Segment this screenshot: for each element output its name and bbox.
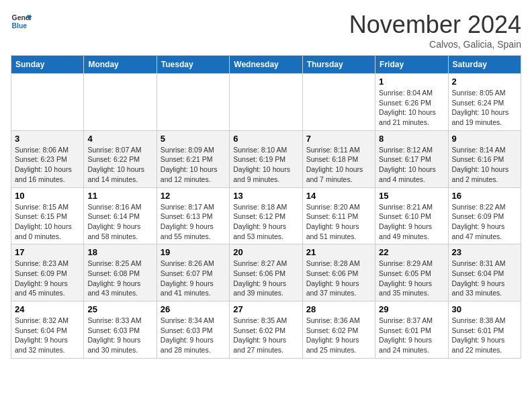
weekday-header-thursday: Thursday bbox=[302, 56, 375, 74]
calendar-cell: 26Sunrise: 8:34 AMSunset: 6:03 PMDayligh… bbox=[157, 302, 229, 359]
day-info: Sunrise: 8:17 AMSunset: 6:13 PMDaylight:… bbox=[161, 202, 226, 242]
calendar-cell: 16Sunrise: 8:22 AMSunset: 6:09 PMDayligh… bbox=[448, 187, 521, 244]
day-number: 18 bbox=[87, 247, 152, 257]
day-info: Sunrise: 8:25 AMSunset: 6:08 PMDaylight:… bbox=[87, 259, 152, 298]
weekday-header-sunday: Sunday bbox=[11, 56, 84, 74]
day-info: Sunrise: 8:15 AMSunset: 6:15 PMDaylight:… bbox=[15, 202, 80, 242]
day-info: Sunrise: 8:22 AMSunset: 6:09 PMDaylight:… bbox=[452, 202, 517, 242]
calendar-table: SundayMondayTuesdayWednesdayThursdayFrid… bbox=[11, 55, 521, 359]
day-number: 26 bbox=[161, 304, 226, 314]
weekday-header-row: SundayMondayTuesdayWednesdayThursdayFrid… bbox=[11, 56, 521, 74]
day-info: Sunrise: 8:38 AMSunset: 6:01 PMDaylight:… bbox=[452, 316, 517, 355]
calendar-cell: 4Sunrise: 8:07 AMSunset: 6:22 PMDaylight… bbox=[84, 130, 157, 187]
day-number: 28 bbox=[306, 304, 371, 314]
month-title: November 2024 bbox=[349, 11, 521, 39]
day-number: 3 bbox=[15, 134, 80, 144]
title-area: November 2024 Calvos, Galicia, Spain bbox=[349, 11, 521, 50]
calendar-cell: 27Sunrise: 8:35 AMSunset: 6:02 PMDayligh… bbox=[230, 302, 302, 359]
day-number: 25 bbox=[87, 304, 152, 314]
day-number: 1 bbox=[379, 77, 444, 87]
day-info: Sunrise: 8:20 AMSunset: 6:11 PMDaylight:… bbox=[306, 202, 371, 242]
calendar-cell: 10Sunrise: 8:15 AMSunset: 6:15 PMDayligh… bbox=[11, 187, 84, 244]
day-number: 15 bbox=[379, 191, 444, 201]
day-number: 21 bbox=[306, 247, 371, 257]
day-number: 10 bbox=[15, 191, 80, 201]
calendar-cell bbox=[230, 74, 302, 131]
day-info: Sunrise: 8:33 AMSunset: 6:03 PMDaylight:… bbox=[87, 316, 152, 355]
calendar-cell: 25Sunrise: 8:33 AMSunset: 6:03 PMDayligh… bbox=[84, 302, 157, 359]
day-number: 7 bbox=[306, 134, 371, 144]
day-number: 14 bbox=[306, 191, 371, 201]
day-number: 24 bbox=[15, 304, 80, 314]
day-info: Sunrise: 8:18 AMSunset: 6:12 PMDaylight:… bbox=[233, 202, 298, 242]
calendar-cell: 21Sunrise: 8:28 AMSunset: 6:06 PMDayligh… bbox=[302, 244, 375, 302]
day-number: 29 bbox=[379, 304, 444, 314]
calendar-week-row: 3Sunrise: 8:06 AMSunset: 6:23 PMDaylight… bbox=[11, 130, 521, 187]
day-number: 4 bbox=[87, 134, 152, 144]
day-number: 17 bbox=[15, 247, 80, 257]
day-info: Sunrise: 8:32 AMSunset: 6:04 PMDaylight:… bbox=[15, 316, 80, 355]
day-number: 11 bbox=[87, 191, 152, 201]
day-number: 8 bbox=[379, 134, 444, 144]
calendar-cell bbox=[11, 74, 84, 131]
calendar-cell bbox=[157, 74, 229, 131]
day-info: Sunrise: 8:28 AMSunset: 6:06 PMDaylight:… bbox=[306, 259, 371, 298]
day-number: 19 bbox=[161, 247, 226, 257]
day-number: 23 bbox=[452, 247, 517, 257]
page-header: General Blue November 2024 Calvos, Galic… bbox=[11, 11, 521, 50]
calendar-cell: 11Sunrise: 8:16 AMSunset: 6:14 PMDayligh… bbox=[84, 187, 157, 244]
calendar-cell: 29Sunrise: 8:37 AMSunset: 6:01 PMDayligh… bbox=[375, 302, 448, 359]
calendar-cell: 24Sunrise: 8:32 AMSunset: 6:04 PMDayligh… bbox=[11, 302, 84, 359]
calendar-cell: 2Sunrise: 8:05 AMSunset: 6:24 PMDaylight… bbox=[448, 74, 521, 131]
weekday-header-monday: Monday bbox=[84, 56, 157, 74]
day-info: Sunrise: 8:04 AMSunset: 6:26 PMDaylight:… bbox=[379, 88, 444, 128]
weekday-header-saturday: Saturday bbox=[448, 56, 521, 74]
day-number: 13 bbox=[233, 191, 298, 201]
day-info: Sunrise: 8:26 AMSunset: 6:07 PMDaylight:… bbox=[161, 259, 226, 298]
calendar-week-row: 24Sunrise: 8:32 AMSunset: 6:04 PMDayligh… bbox=[11, 302, 521, 359]
calendar-cell: 15Sunrise: 8:21 AMSunset: 6:10 PMDayligh… bbox=[375, 187, 448, 244]
calendar-cell bbox=[84, 74, 157, 131]
calendar-week-row: 17Sunrise: 8:23 AMSunset: 6:09 PMDayligh… bbox=[11, 244, 521, 302]
day-number: 22 bbox=[379, 247, 444, 257]
day-number: 27 bbox=[233, 304, 298, 314]
calendar-cell: 18Sunrise: 8:25 AMSunset: 6:08 PMDayligh… bbox=[84, 244, 157, 302]
day-info: Sunrise: 8:23 AMSunset: 6:09 PMDaylight:… bbox=[15, 259, 80, 298]
calendar-cell: 5Sunrise: 8:09 AMSunset: 6:21 PMDaylight… bbox=[157, 130, 229, 187]
day-info: Sunrise: 8:27 AMSunset: 6:06 PMDaylight:… bbox=[233, 259, 298, 298]
day-number: 16 bbox=[452, 191, 517, 201]
day-number: 12 bbox=[161, 191, 226, 201]
day-number: 30 bbox=[452, 304, 517, 314]
calendar-cell: 30Sunrise: 8:38 AMSunset: 6:01 PMDayligh… bbox=[448, 302, 521, 359]
calendar-cell: 20Sunrise: 8:27 AMSunset: 6:06 PMDayligh… bbox=[230, 244, 302, 302]
day-info: Sunrise: 8:14 AMSunset: 6:16 PMDaylight:… bbox=[452, 145, 517, 185]
weekday-header-tuesday: Tuesday bbox=[157, 56, 229, 74]
calendar-week-row: 10Sunrise: 8:15 AMSunset: 6:15 PMDayligh… bbox=[11, 187, 521, 244]
calendar-cell bbox=[302, 74, 375, 131]
calendar-cell: 12Sunrise: 8:17 AMSunset: 6:13 PMDayligh… bbox=[157, 187, 229, 244]
calendar-cell: 3Sunrise: 8:06 AMSunset: 6:23 PMDaylight… bbox=[11, 130, 84, 187]
calendar-cell: 9Sunrise: 8:14 AMSunset: 6:16 PMDaylight… bbox=[448, 130, 521, 187]
day-info: Sunrise: 8:16 AMSunset: 6:14 PMDaylight:… bbox=[87, 202, 152, 242]
calendar-cell: 22Sunrise: 8:29 AMSunset: 6:05 PMDayligh… bbox=[375, 244, 448, 302]
svg-text:Blue: Blue bbox=[12, 22, 28, 30]
day-number: 9 bbox=[452, 134, 517, 144]
day-info: Sunrise: 8:36 AMSunset: 6:02 PMDaylight:… bbox=[306, 316, 371, 355]
logo: General Blue bbox=[11, 11, 32, 32]
day-info: Sunrise: 8:31 AMSunset: 6:04 PMDaylight:… bbox=[452, 259, 517, 298]
calendar-cell: 14Sunrise: 8:20 AMSunset: 6:11 PMDayligh… bbox=[302, 187, 375, 244]
day-number: 6 bbox=[233, 134, 298, 144]
weekday-header-wednesday: Wednesday bbox=[230, 56, 302, 74]
day-info: Sunrise: 8:37 AMSunset: 6:01 PMDaylight:… bbox=[379, 316, 444, 355]
calendar-cell: 28Sunrise: 8:36 AMSunset: 6:02 PMDayligh… bbox=[302, 302, 375, 359]
day-info: Sunrise: 8:05 AMSunset: 6:24 PMDaylight:… bbox=[452, 88, 517, 128]
calendar-cell: 17Sunrise: 8:23 AMSunset: 6:09 PMDayligh… bbox=[11, 244, 84, 302]
day-info: Sunrise: 8:11 AMSunset: 6:18 PMDaylight:… bbox=[306, 145, 371, 185]
day-number: 5 bbox=[161, 134, 226, 144]
day-number: 2 bbox=[452, 77, 517, 87]
calendar-week-row: 1Sunrise: 8:04 AMSunset: 6:26 PMDaylight… bbox=[11, 74, 521, 131]
day-info: Sunrise: 8:07 AMSunset: 6:22 PMDaylight:… bbox=[87, 145, 152, 185]
calendar-cell: 23Sunrise: 8:31 AMSunset: 6:04 PMDayligh… bbox=[448, 244, 521, 302]
day-info: Sunrise: 8:10 AMSunset: 6:19 PMDaylight:… bbox=[233, 145, 298, 185]
day-info: Sunrise: 8:21 AMSunset: 6:10 PMDaylight:… bbox=[379, 202, 444, 242]
